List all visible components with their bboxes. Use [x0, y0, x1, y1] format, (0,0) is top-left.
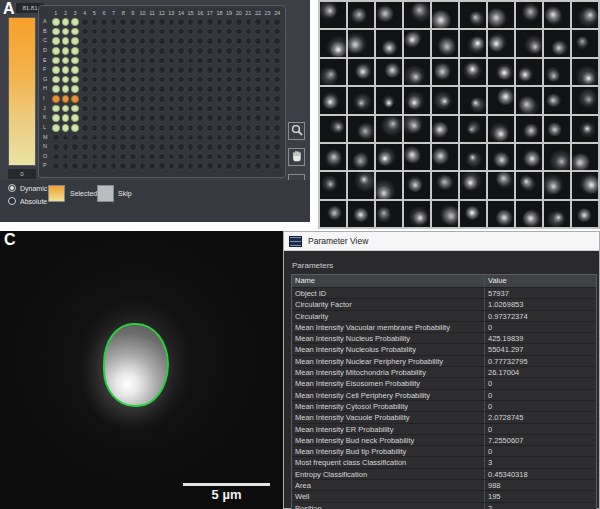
- well-A21[interactable]: [245, 18, 253, 26]
- well-I5[interactable]: [91, 95, 99, 103]
- well-A4[interactable]: [81, 18, 89, 26]
- cell-thumbnail[interactable]: [488, 172, 514, 198]
- cell-thumbnail[interactable]: [320, 30, 346, 56]
- cell-thumbnail[interactable]: [348, 172, 374, 198]
- cell-thumbnail[interactable]: [488, 30, 514, 56]
- well-L22[interactable]: [254, 124, 262, 132]
- cell-thumbnail[interactable]: [320, 59, 346, 85]
- well-A5[interactable]: [91, 18, 99, 26]
- well-H14[interactable]: [177, 85, 185, 93]
- well-H6[interactable]: [100, 85, 108, 93]
- well-F8[interactable]: [119, 66, 127, 74]
- well-B7[interactable]: [110, 28, 118, 36]
- well-M24[interactable]: [273, 134, 281, 142]
- well-E10[interactable]: [139, 57, 147, 65]
- well-H1[interactable]: [52, 85, 60, 93]
- well-G7[interactable]: [110, 76, 118, 84]
- well-G6[interactable]: [100, 76, 108, 84]
- well-K22[interactable]: [254, 114, 262, 122]
- well-C18[interactable]: [216, 37, 224, 45]
- well-D21[interactable]: [245, 47, 253, 55]
- well-F2[interactable]: [62, 66, 70, 74]
- well-D10[interactable]: [139, 47, 147, 55]
- cell-thumbnail[interactable]: [460, 30, 486, 56]
- well-L7[interactable]: [110, 124, 118, 132]
- cell-thumbnail[interactable]: [460, 59, 486, 85]
- well-G13[interactable]: [168, 76, 176, 84]
- well-E17[interactable]: [206, 57, 214, 65]
- well-A8[interactable]: [119, 18, 127, 26]
- well-B6[interactable]: [100, 28, 108, 36]
- well-K4[interactable]: [81, 114, 89, 122]
- well-I20[interactable]: [235, 95, 243, 103]
- well-K5[interactable]: [91, 114, 99, 122]
- well-O16[interactable]: [196, 153, 204, 161]
- well-O19[interactable]: [225, 153, 233, 161]
- well-O9[interactable]: [129, 153, 137, 161]
- cell-thumbnail[interactable]: [516, 172, 542, 198]
- well-N11[interactable]: [148, 143, 156, 151]
- well-N2[interactable]: [62, 143, 70, 151]
- well-A9[interactable]: [129, 18, 137, 26]
- well-K14[interactable]: [177, 114, 185, 122]
- well-E9[interactable]: [129, 57, 137, 65]
- well-C15[interactable]: [187, 37, 195, 45]
- cell-thumbnail[interactable]: [544, 116, 570, 142]
- well-K12[interactable]: [158, 114, 166, 122]
- well-H11[interactable]: [148, 85, 156, 93]
- well-G5[interactable]: [91, 76, 99, 84]
- well-A23[interactable]: [264, 18, 272, 26]
- well-P14[interactable]: [177, 162, 185, 170]
- well-D16[interactable]: [196, 47, 204, 55]
- well-C22[interactable]: [254, 37, 262, 45]
- well-L4[interactable]: [81, 124, 89, 132]
- well-A19[interactable]: [225, 18, 233, 26]
- well-O3[interactable]: [71, 153, 79, 161]
- well-M14[interactable]: [177, 134, 185, 142]
- well-N17[interactable]: [206, 143, 214, 151]
- cell-thumbnail[interactable]: [544, 30, 570, 56]
- cell-thumbnail[interactable]: [544, 59, 570, 85]
- well-F16[interactable]: [196, 66, 204, 74]
- cell-thumbnail[interactable]: [572, 59, 598, 85]
- well-H3[interactable]: [71, 85, 79, 93]
- well-M23[interactable]: [264, 134, 272, 142]
- well-B9[interactable]: [129, 28, 137, 36]
- well-L18[interactable]: [216, 124, 224, 132]
- well-P10[interactable]: [139, 162, 147, 170]
- well-D23[interactable]: [264, 47, 272, 55]
- cell-thumbnail[interactable]: [320, 172, 346, 198]
- well-F9[interactable]: [129, 66, 137, 74]
- well-C14[interactable]: [177, 37, 185, 45]
- well-D7[interactable]: [110, 47, 118, 55]
- well-I10[interactable]: [139, 95, 147, 103]
- well-I9[interactable]: [129, 95, 137, 103]
- well-H21[interactable]: [245, 85, 253, 93]
- cell-thumbnail[interactable]: [404, 116, 430, 142]
- well-J17[interactable]: [206, 105, 214, 113]
- well-N12[interactable]: [158, 143, 166, 151]
- well-J19[interactable]: [225, 105, 233, 113]
- well-I12[interactable]: [158, 95, 166, 103]
- well-B11[interactable]: [148, 28, 156, 36]
- cell-thumbnail[interactable]: [488, 201, 514, 227]
- well-H24[interactable]: [273, 85, 281, 93]
- well-G19[interactable]: [225, 76, 233, 84]
- well-E16[interactable]: [196, 57, 204, 65]
- well-K9[interactable]: [129, 114, 137, 122]
- well-N23[interactable]: [264, 143, 272, 151]
- well-B4[interactable]: [81, 28, 89, 36]
- well-G22[interactable]: [254, 76, 262, 84]
- well-D3[interactable]: [71, 47, 79, 55]
- well-H22[interactable]: [254, 85, 262, 93]
- well-E7[interactable]: [110, 57, 118, 65]
- well-O12[interactable]: [158, 153, 166, 161]
- well-J2[interactable]: [62, 105, 70, 113]
- well-I14[interactable]: [177, 95, 185, 103]
- well-E15[interactable]: [187, 57, 195, 65]
- well-B8[interactable]: [119, 28, 127, 36]
- cell-thumbnail[interactable]: [432, 30, 458, 56]
- cell-thumbnail[interactable]: [572, 2, 598, 28]
- well-G21[interactable]: [245, 76, 253, 84]
- well-O7[interactable]: [110, 153, 118, 161]
